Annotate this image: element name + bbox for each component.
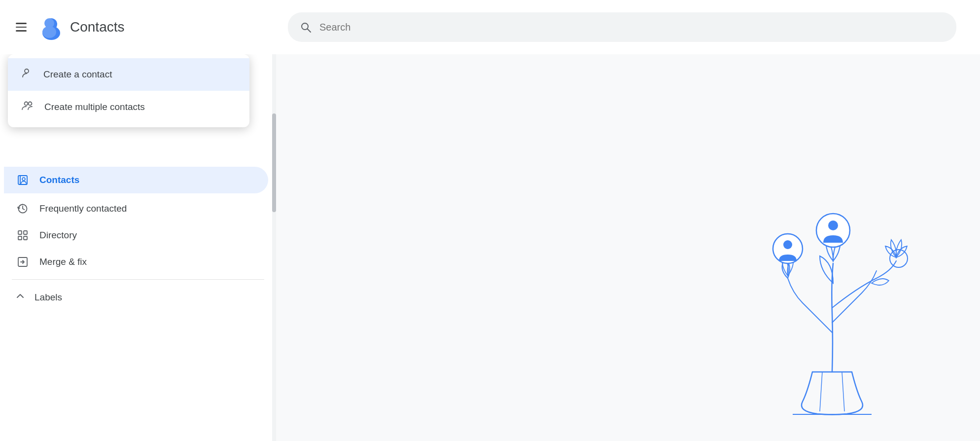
create-contact-label: Create a contact — [43, 69, 112, 80]
people-add-icon — [22, 100, 35, 114]
chevron-up-icon — [16, 292, 25, 303]
svg-point-25 — [828, 220, 838, 230]
sidebar-nav: Contacts Frequently contacted — [0, 167, 276, 311]
svg-point-23 — [783, 240, 792, 249]
empty-state-illustration — [743, 184, 921, 421]
main-content — [276, 54, 980, 441]
header-left: Contacts — [12, 14, 288, 40]
scrollbar-thumb[interactable] — [272, 113, 276, 212]
scrollbar[interactable] — [272, 54, 276, 441]
hamburger-menu[interactable] — [12, 19, 31, 36]
sidebar-item-merge-fix[interactable]: Merge & fix — [4, 249, 268, 275]
svg-rect-13 — [18, 231, 22, 234]
directory-label: Directory — [39, 230, 77, 241]
svg-line-19 — [820, 372, 822, 411]
search-input[interactable] — [319, 22, 945, 33]
svg-point-8 — [29, 102, 32, 106]
svg-point-11 — [22, 178, 25, 181]
svg-point-18 — [22, 261, 23, 262]
labels-label: Labels — [35, 292, 62, 303]
svg-point-7 — [25, 102, 28, 106]
svg-point-6 — [25, 69, 29, 73]
frequently-contacted-label: Frequently contacted — [39, 203, 127, 214]
contacts-label: Contacts — [39, 175, 79, 185]
svg-point-3 — [44, 18, 54, 28]
create-multiple-item[interactable]: Create multiple contacts — [8, 91, 249, 123]
sidebar-item-directory[interactable]: Directory — [4, 222, 268, 249]
merge-fix-label: Merge & fix — [39, 257, 87, 267]
search-bar[interactable] — [288, 12, 956, 42]
logo-area: Contacts — [38, 14, 125, 40]
sidebar-item-frequently-contacted[interactable]: Frequently contacted — [4, 195, 268, 222]
grid-icon — [16, 230, 30, 241]
main-layout: Create a contact Create multiple contact… — [0, 54, 980, 441]
person-add-icon — [22, 67, 34, 82]
create-dropdown: Create a contact Create multiple contact… — [8, 54, 249, 127]
sidebar-divider — [12, 279, 264, 280]
sidebar: Create a contact Create multiple contact… — [0, 54, 276, 441]
svg-rect-16 — [24, 236, 27, 240]
app-title: Contacts — [70, 19, 125, 35]
contacts-icon — [16, 175, 30, 185]
svg-rect-14 — [24, 231, 27, 234]
history-icon — [16, 203, 30, 214]
header: Contacts — [0, 0, 980, 54]
create-multiple-label: Create multiple contacts — [44, 102, 145, 112]
app-logo-icon — [38, 14, 64, 40]
svg-rect-15 — [18, 236, 22, 240]
create-contact-item[interactable]: Create a contact — [8, 58, 249, 91]
merge-icon — [16, 257, 30, 267]
svg-line-20 — [842, 372, 844, 411]
sidebar-item-contacts[interactable]: Contacts — [4, 167, 268, 193]
sidebar-item-labels[interactable]: Labels — [4, 284, 272, 311]
search-icon — [300, 21, 312, 33]
svg-line-5 — [308, 29, 311, 33]
